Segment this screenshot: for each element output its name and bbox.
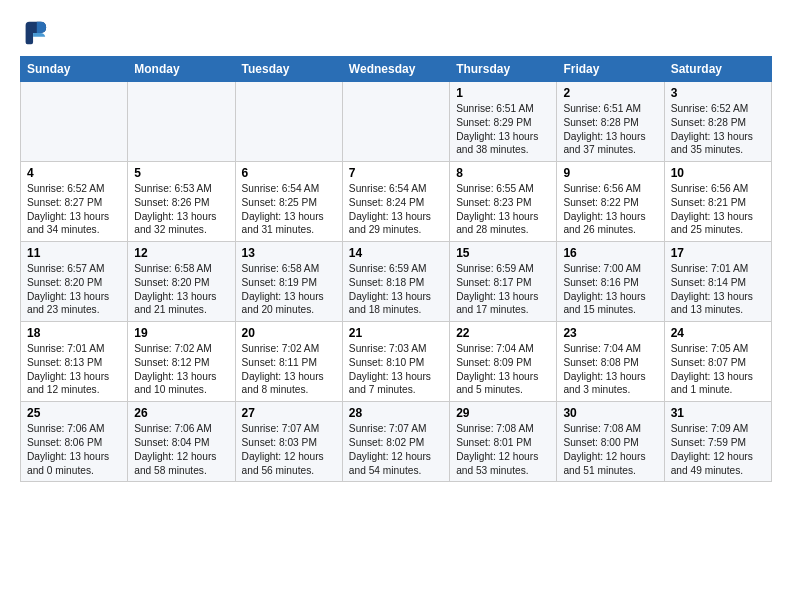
cell-date: 29 [456,406,550,420]
cell-info: Sunrise: 7:07 AMSunset: 8:03 PMDaylight:… [242,422,336,477]
day-header-wednesday: Wednesday [342,57,449,82]
calendar-cell: 25Sunrise: 7:06 AMSunset: 8:06 PMDayligh… [21,402,128,482]
cell-date: 25 [27,406,121,420]
cell-date: 19 [134,326,228,340]
calendar-cell: 23Sunrise: 7:04 AMSunset: 8:08 PMDayligh… [557,322,664,402]
calendar-week-3: 11Sunrise: 6:57 AMSunset: 8:20 PMDayligh… [21,242,772,322]
calendar-cell: 21Sunrise: 7:03 AMSunset: 8:10 PMDayligh… [342,322,449,402]
cell-info: Sunrise: 6:57 AMSunset: 8:20 PMDaylight:… [27,262,121,317]
calendar-cell: 28Sunrise: 7:07 AMSunset: 8:02 PMDayligh… [342,402,449,482]
calendar-cell: 18Sunrise: 7:01 AMSunset: 8:13 PMDayligh… [21,322,128,402]
calendar-cell: 5Sunrise: 6:53 AMSunset: 8:26 PMDaylight… [128,162,235,242]
cell-info: Sunrise: 6:51 AMSunset: 8:29 PMDaylight:… [456,102,550,157]
calendar-header-row: SundayMondayTuesdayWednesdayThursdayFrid… [21,57,772,82]
calendar-cell: 4Sunrise: 6:52 AMSunset: 8:27 PMDaylight… [21,162,128,242]
cell-date: 13 [242,246,336,260]
cell-date: 23 [563,326,657,340]
calendar-cell: 30Sunrise: 7:08 AMSunset: 8:00 PMDayligh… [557,402,664,482]
logo-icon [20,18,48,46]
calendar-cell: 22Sunrise: 7:04 AMSunset: 8:09 PMDayligh… [450,322,557,402]
calendar-cell: 15Sunrise: 6:59 AMSunset: 8:17 PMDayligh… [450,242,557,322]
cell-date: 24 [671,326,765,340]
cell-date: 17 [671,246,765,260]
cell-info: Sunrise: 6:54 AMSunset: 8:25 PMDaylight:… [242,182,336,237]
cell-date: 16 [563,246,657,260]
logo [20,18,52,46]
cell-date: 20 [242,326,336,340]
day-header-thursday: Thursday [450,57,557,82]
cell-info: Sunrise: 6:51 AMSunset: 8:28 PMDaylight:… [563,102,657,157]
calendar-cell: 17Sunrise: 7:01 AMSunset: 8:14 PMDayligh… [664,242,771,322]
cell-date: 6 [242,166,336,180]
calendar-week-5: 25Sunrise: 7:06 AMSunset: 8:06 PMDayligh… [21,402,772,482]
cell-info: Sunrise: 7:06 AMSunset: 8:04 PMDaylight:… [134,422,228,477]
cell-date: 28 [349,406,443,420]
calendar-cell [342,82,449,162]
cell-info: Sunrise: 6:55 AMSunset: 8:23 PMDaylight:… [456,182,550,237]
cell-info: Sunrise: 6:53 AMSunset: 8:26 PMDaylight:… [134,182,228,237]
cell-info: Sunrise: 7:02 AMSunset: 8:12 PMDaylight:… [134,342,228,397]
calendar-cell: 7Sunrise: 6:54 AMSunset: 8:24 PMDaylight… [342,162,449,242]
cell-info: Sunrise: 6:56 AMSunset: 8:21 PMDaylight:… [671,182,765,237]
calendar-cell: 27Sunrise: 7:07 AMSunset: 8:03 PMDayligh… [235,402,342,482]
calendar-cell: 8Sunrise: 6:55 AMSunset: 8:23 PMDaylight… [450,162,557,242]
day-header-friday: Friday [557,57,664,82]
calendar-cell: 26Sunrise: 7:06 AMSunset: 8:04 PMDayligh… [128,402,235,482]
cell-date: 4 [27,166,121,180]
header [20,18,772,46]
calendar-cell: 29Sunrise: 7:08 AMSunset: 8:01 PMDayligh… [450,402,557,482]
cell-info: Sunrise: 6:58 AMSunset: 8:19 PMDaylight:… [242,262,336,317]
cell-date: 1 [456,86,550,100]
cell-info: Sunrise: 7:04 AMSunset: 8:08 PMDaylight:… [563,342,657,397]
cell-info: Sunrise: 7:01 AMSunset: 8:13 PMDaylight:… [27,342,121,397]
calendar-cell: 24Sunrise: 7:05 AMSunset: 8:07 PMDayligh… [664,322,771,402]
cell-date: 30 [563,406,657,420]
calendar-cell: 31Sunrise: 7:09 AMSunset: 7:59 PMDayligh… [664,402,771,482]
calendar-cell: 10Sunrise: 6:56 AMSunset: 8:21 PMDayligh… [664,162,771,242]
cell-info: Sunrise: 7:08 AMSunset: 8:01 PMDaylight:… [456,422,550,477]
calendar-cell: 2Sunrise: 6:51 AMSunset: 8:28 PMDaylight… [557,82,664,162]
calendar-cell [21,82,128,162]
cell-date: 3 [671,86,765,100]
calendar-cell: 13Sunrise: 6:58 AMSunset: 8:19 PMDayligh… [235,242,342,322]
calendar-cell: 3Sunrise: 6:52 AMSunset: 8:28 PMDaylight… [664,82,771,162]
calendar-cell: 6Sunrise: 6:54 AMSunset: 8:25 PMDaylight… [235,162,342,242]
cell-info: Sunrise: 7:06 AMSunset: 8:06 PMDaylight:… [27,422,121,477]
cell-info: Sunrise: 7:02 AMSunset: 8:11 PMDaylight:… [242,342,336,397]
cell-date: 21 [349,326,443,340]
cell-date: 14 [349,246,443,260]
cell-info: Sunrise: 7:09 AMSunset: 7:59 PMDaylight:… [671,422,765,477]
calendar-cell: 16Sunrise: 7:00 AMSunset: 8:16 PMDayligh… [557,242,664,322]
cell-info: Sunrise: 7:00 AMSunset: 8:16 PMDaylight:… [563,262,657,317]
cell-info: Sunrise: 7:04 AMSunset: 8:09 PMDaylight:… [456,342,550,397]
page: SundayMondayTuesdayWednesdayThursdayFrid… [0,0,792,492]
calendar-cell: 14Sunrise: 6:59 AMSunset: 8:18 PMDayligh… [342,242,449,322]
calendar-week-2: 4Sunrise: 6:52 AMSunset: 8:27 PMDaylight… [21,162,772,242]
calendar-cell [128,82,235,162]
day-header-tuesday: Tuesday [235,57,342,82]
cell-info: Sunrise: 6:52 AMSunset: 8:27 PMDaylight:… [27,182,121,237]
cell-info: Sunrise: 6:56 AMSunset: 8:22 PMDaylight:… [563,182,657,237]
calendar-cell: 1Sunrise: 6:51 AMSunset: 8:29 PMDaylight… [450,82,557,162]
cell-date: 9 [563,166,657,180]
calendar-cell [235,82,342,162]
cell-date: 2 [563,86,657,100]
day-header-sunday: Sunday [21,57,128,82]
cell-date: 5 [134,166,228,180]
calendar-cell: 19Sunrise: 7:02 AMSunset: 8:12 PMDayligh… [128,322,235,402]
calendar-cell: 11Sunrise: 6:57 AMSunset: 8:20 PMDayligh… [21,242,128,322]
cell-info: Sunrise: 6:54 AMSunset: 8:24 PMDaylight:… [349,182,443,237]
day-header-monday: Monday [128,57,235,82]
day-header-saturday: Saturday [664,57,771,82]
calendar-table: SundayMondayTuesdayWednesdayThursdayFrid… [20,56,772,482]
cell-date: 11 [27,246,121,260]
calendar-cell: 9Sunrise: 6:56 AMSunset: 8:22 PMDaylight… [557,162,664,242]
cell-date: 26 [134,406,228,420]
cell-info: Sunrise: 6:58 AMSunset: 8:20 PMDaylight:… [134,262,228,317]
cell-info: Sunrise: 7:03 AMSunset: 8:10 PMDaylight:… [349,342,443,397]
cell-date: 15 [456,246,550,260]
calendar-week-1: 1Sunrise: 6:51 AMSunset: 8:29 PMDaylight… [21,82,772,162]
cell-info: Sunrise: 7:08 AMSunset: 8:00 PMDaylight:… [563,422,657,477]
calendar-cell: 20Sunrise: 7:02 AMSunset: 8:11 PMDayligh… [235,322,342,402]
calendar-cell: 12Sunrise: 6:58 AMSunset: 8:20 PMDayligh… [128,242,235,322]
